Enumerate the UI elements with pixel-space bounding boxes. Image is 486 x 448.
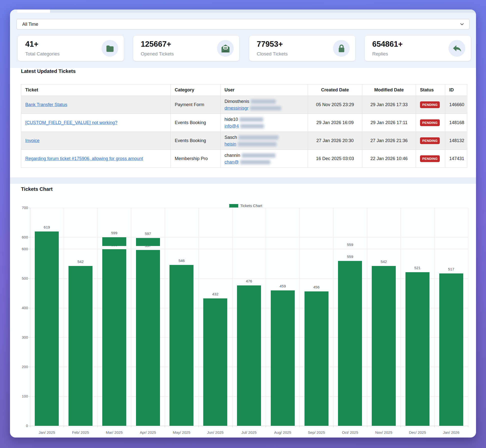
table-row: Bank Transfer StatusPayment FormDimosthe… (21, 96, 467, 114)
ticket-link[interactable]: Bank Transfer Status (25, 102, 67, 107)
time-filter-select[interactable]: All Time (16, 19, 470, 29)
modified-date-cell: 27 Jan 2026 21:36 (362, 132, 416, 150)
chart-bar[interactable] (406, 272, 430, 426)
id-cell: 147431 (445, 150, 467, 168)
chart-bar[interactable] (68, 266, 92, 426)
redacted-user-name (242, 153, 276, 158)
tab-strip-rest (50, 9, 476, 13)
redacted-user-name (238, 135, 278, 140)
column-header-modified-date: Modified Date (362, 84, 416, 96)
category-cell: Payment Form (171, 96, 220, 114)
table-row: InvoiceEvents BookingSaschheisin27 Jan 2… (21, 132, 467, 150)
created-date-cell: 29 Jan 2026 16:09 (308, 114, 362, 132)
user-email-line: dmessinisgr (224, 105, 304, 112)
column-header-ticket: Ticket (21, 84, 171, 96)
chart-bar-ghost (35, 231, 59, 246)
user-email-line: info@4 (224, 123, 304, 130)
stat-value: 125667+ (141, 40, 171, 49)
tickets-table: TicketCategoryUserCreated DateModified D… (21, 84, 467, 168)
ticket-cell: Bank Transfer Status (21, 96, 171, 114)
ticket-link[interactable]: Invoice (25, 138, 40, 143)
status-cell: PENDING (416, 114, 445, 132)
active-tab[interactable] (17, 9, 50, 13)
chart-bar[interactable] (372, 266, 396, 426)
chart-bar[interactable] (203, 298, 227, 426)
user-cell: Saschheisin (220, 132, 308, 150)
stat-label: Replies (372, 51, 388, 57)
chart-bar[interactable] (237, 285, 261, 426)
chevron-down-icon (459, 21, 465, 27)
redacted-user-email (240, 124, 264, 128)
status-cell: PENDING (416, 96, 445, 114)
redacted-user-email (238, 142, 276, 146)
stat-card-opened-tickets: 125667+ Opened Tickets (133, 36, 239, 61)
user-cell: hide10info@4 (220, 114, 308, 132)
id-cell: 148132 (445, 132, 467, 150)
status-cell: PENDING (416, 132, 445, 150)
chart-bar[interactable] (102, 249, 126, 426)
folder-icon (105, 44, 115, 53)
id-cell: 146660 (445, 96, 467, 114)
user-email-link[interactable]: info@4 (224, 124, 239, 129)
chart-bar[interactable] (136, 250, 160, 426)
modified-date-cell: 29 Jan 2026 17:33 (362, 96, 416, 114)
table-header-row: TicketCategoryUserCreated DateModified D… (21, 84, 467, 96)
chart-bar[interactable] (338, 261, 362, 426)
redacted-user-name (240, 117, 263, 122)
chart-bar[interactable] (271, 290, 295, 426)
stat-label: Total Categories (25, 51, 60, 57)
stat-icon-circle (448, 40, 465, 57)
time-filter-value: All Time (22, 22, 38, 27)
status-badge: PENDING (420, 119, 440, 126)
user-cell: Dimosthenisdmessinisgr (220, 96, 308, 114)
user-name: Dimosthenis (224, 99, 249, 104)
stat-value: 41+ (25, 40, 38, 49)
table-row: [CUSTOM_FIELD_FEE_VALUE] not working?Eve… (21, 114, 467, 132)
stat-icon-circle (102, 40, 118, 57)
status-badge: PENDING (420, 137, 440, 144)
chart-bar[interactable] (439, 273, 463, 426)
user-name: hide10 (224, 117, 238, 122)
chart-bar[interactable] (35, 243, 59, 426)
modified-date-cell: 22 Jan 2026 10:46 (362, 150, 416, 168)
reply-icon (452, 43, 462, 54)
created-date-cell: 05 Nov 2025 23:29 (308, 96, 362, 114)
category-cell: Membership Pro (171, 150, 220, 168)
user-cell: channinchan@ (220, 150, 308, 168)
status-badge: PENDING (420, 101, 440, 108)
chart-bar[interactable] (304, 291, 328, 426)
redacted-user-email (250, 106, 281, 110)
user-email-line: chan@ (224, 159, 304, 166)
created-date-cell: 16 Dec 2025 03:03 (308, 150, 362, 168)
user-email-link[interactable]: chan@ (224, 160, 239, 165)
chart-legend[interactable]: Tickets Chart (229, 204, 262, 208)
ticket-cell: Invoice (21, 132, 171, 150)
ticket-cell: Regarding forum ticket #175906, allowing… (21, 150, 171, 168)
column-header-id: ID (445, 84, 467, 96)
user-email-link[interactable]: heisin (224, 142, 236, 147)
category-cell: Events Booking (171, 132, 220, 150)
status-cell: PENDING (416, 150, 445, 168)
redacted-user-email (240, 160, 270, 164)
chart-bar[interactable] (170, 265, 194, 426)
chart-section-title: Tickets Chart (21, 186, 52, 192)
stat-card-closed-tickets: 77953+ Closed Tickets (249, 36, 355, 61)
column-header-user: User (220, 84, 308, 96)
stat-value: 77953+ (257, 40, 283, 49)
chart-bar-ghost (102, 237, 126, 246)
user-name: channin (224, 153, 240, 158)
stat-value: 654861+ (372, 40, 403, 49)
user-email-link[interactable]: dmessinisgr (224, 106, 248, 111)
lock-icon (337, 44, 346, 53)
ticket-link[interactable]: Regarding forum ticket #175906, allowing… (25, 156, 143, 161)
user-name: Sasch (224, 135, 237, 140)
stat-icon-circle (217, 40, 234, 57)
ticket-cell: [CUSTOM_FIELD_FEE_VALUE] not working? (21, 114, 171, 132)
legend-swatch (229, 204, 238, 208)
user-name-line: channin (224, 152, 304, 159)
category-cell: Events Booking (171, 114, 220, 132)
user-email-line: heisin (224, 141, 304, 148)
column-header-created-date: Created Date (308, 84, 362, 96)
ticket-link[interactable]: [CUSTOM_FIELD_FEE_VALUE] not working? (25, 120, 117, 125)
column-header-category: Category (171, 84, 220, 96)
